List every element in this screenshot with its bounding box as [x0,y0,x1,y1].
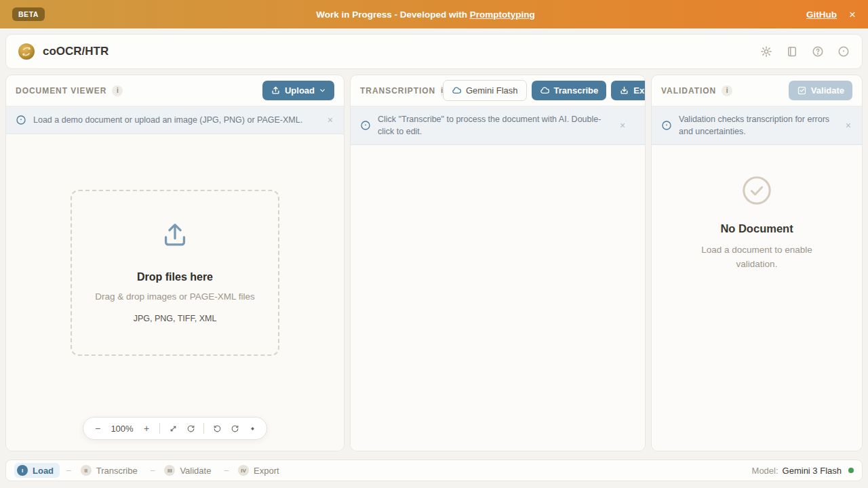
transcription-title: TRANSCRIPTION [360,86,435,96]
model-status-dot [848,468,854,473]
transcribe-button-label: Transcribe [554,86,599,95]
step-separator: – [66,466,71,475]
upload-icon [271,85,281,96]
step-numeral: IV [238,465,249,476]
toolbar-divider [159,423,160,434]
cloud-icon [540,85,550,96]
transcription-body [351,145,645,451]
step-label: Export [254,466,279,476]
document-viewer-info-badge[interactable]: i [112,85,123,96]
step-label: Validate [180,466,211,476]
upload-icon [159,220,191,251]
model-name: Gemini 3 Flash [783,466,842,476]
document-viewer-title: DOCUMENT VIEWER [16,86,106,96]
upload-button[interactable]: Upload [262,81,334,100]
banner-message: Work in Progress - Developed with Prompt… [45,9,806,20]
hint-close-icon[interactable]: × [618,119,627,132]
rotate-right-icon[interactable] [226,420,243,437]
book-icon[interactable] [785,44,800,59]
step-separator: – [151,466,155,475]
zoom-in-button[interactable]: + [138,420,155,437]
info-icon [661,120,672,131]
transcription-header: TRANSCRIPTION i Gemini Flash [351,75,645,106]
rotate-left-icon[interactable] [208,420,226,437]
zoom-out-button[interactable]: − [89,420,106,437]
empty-state-subtitle: Load a document to enable validation. [686,243,828,271]
empty-state-title: No Document [720,222,793,235]
dropzone-subtitle: Drag & drop images or PAGE-XML files [85,291,264,302]
app-logo-icon [17,42,36,61]
validation-header: VALIDATION i Validate [652,75,862,106]
upload-button-label: Upload [285,86,315,95]
settings-icon[interactable] [759,44,774,59]
viewer-body: Drop files here Drag & drop images or PA… [6,134,344,451]
export-button-label: Export [633,86,646,95]
zoom-toolbar: − 100% + [83,417,267,440]
validate-button-label: Validate [811,86,844,95]
step-numeral: I [17,465,28,476]
about-icon[interactable] [836,44,851,59]
validation-hint: Validation checks transcription for erro… [652,106,862,145]
hint-close-icon[interactable]: × [844,119,852,132]
transcribe-button[interactable]: Transcribe [532,81,607,100]
status-bar: I Load – II Transcribe – III Validate – … [5,460,863,481]
github-link[interactable]: GitHub [806,9,837,20]
dropzone-title: Drop files here [85,271,264,283]
app-title: coOCR/HTR [43,45,108,58]
model-select-button[interactable]: Gemini Flash [443,80,527,101]
document-viewer-panel: DOCUMENT VIEWER i Upload [5,75,344,451]
hint-text: Click "Transcribe" to process the docume… [378,113,612,138]
file-dropzone[interactable]: Drop files here Drag & drop images or PA… [71,190,279,356]
beta-banner: BETA Work in Progress - Developed with P… [0,0,868,28]
hint-close-icon[interactable]: × [326,113,334,127]
zoom-level: 100% [106,424,138,434]
reset-view-icon[interactable] [182,420,199,437]
validation-empty-state: No Document Load a document to enable va… [652,145,862,451]
validate-button[interactable]: Validate [789,81,852,100]
check-circle-icon [741,175,772,206]
info-icon [360,120,371,131]
promptotyping-link[interactable]: Promptotyping [470,9,535,20]
help-icon[interactable] [810,44,825,59]
document-viewer-header: DOCUMENT VIEWER i Upload [6,75,344,106]
hint-text: Validation checks transcription for erro… [679,113,837,138]
cloud-icon [452,85,462,96]
check-square-icon [797,85,807,96]
validation-panel: VALIDATION i Validate [651,75,863,451]
header-icons [759,44,851,59]
step-export: IV Export [235,463,285,478]
hint-text: Load a demo document or upload an image … [33,114,319,126]
export-button[interactable]: Export [611,81,646,100]
step-separator: – [224,466,229,475]
info-icon [16,115,26,125]
download-icon [619,85,629,96]
transcription-hint: Click "Transcribe" to process the docume… [351,106,645,145]
fit-screen-icon[interactable] [164,420,182,437]
step-load: I Load [14,463,60,478]
transcription-panel: TRANSCRIPTION i Gemini Flash [350,75,646,451]
dropzone-formats: JPG, PNG, TIFF, XML [85,314,264,323]
step-label: Transcribe [96,466,138,476]
app-header: coOCR/HTR [5,34,863,69]
step-transcribe: II Transcribe [78,463,144,478]
validation-info-badge[interactable]: i [722,85,732,96]
center-marker-icon[interactable] [243,420,261,437]
model-label: Model: [752,466,778,476]
toolbar-divider [203,423,204,434]
model-info: Model: Gemini 3 Flash [752,466,854,476]
step-label: Load [33,466,54,476]
banner-close-icon[interactable]: × [849,9,856,20]
document-viewer-hint: Load a demo document or upload an image … [6,106,344,134]
step-numeral: II [81,465,92,476]
validation-title: VALIDATION [661,86,716,96]
step-validate: III Validate [161,463,217,478]
banner-message-text: Work in Progress - Developed with [316,9,467,20]
beta-badge: BETA [12,7,45,21]
main-area: DOCUMENT VIEWER i Upload [5,75,863,451]
model-select-label: Gemini Flash [466,86,518,95]
chevron-down-icon [319,87,326,94]
step-numeral: III [164,465,175,476]
workflow-steps: I Load – II Transcribe – III Validate – … [14,463,285,478]
